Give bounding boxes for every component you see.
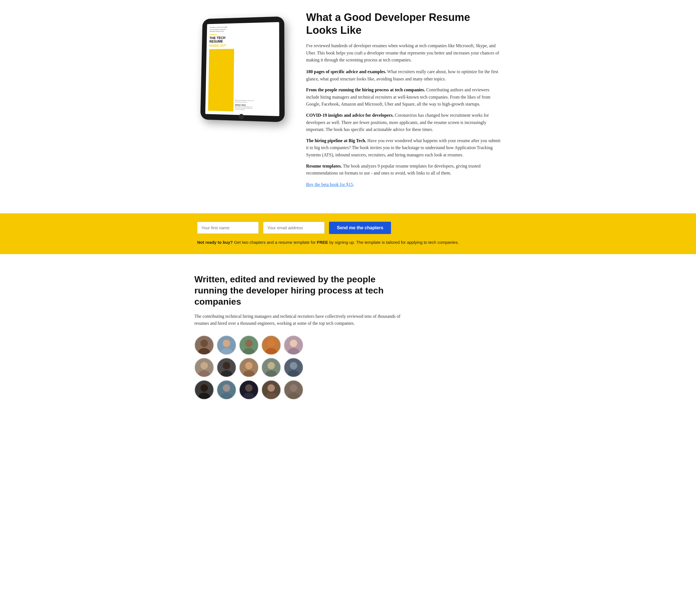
cta-note-suffix: by signing up. The template is tailored … [328, 240, 459, 244]
avatar-2 [217, 335, 236, 355]
svg-point-6 [268, 339, 275, 347]
cta-form: Send me the chapters [197, 222, 499, 234]
avatar-13 [239, 380, 259, 399]
second-section: Written, edited and reviewed by the peop… [186, 268, 510, 411]
tablet-mockup: Principles to stand out straight from th… [200, 16, 285, 122]
book-desc: What a good developer resume looks like … [235, 99, 275, 104]
yellow-stripe [208, 49, 234, 111]
svg-point-21 [198, 393, 210, 399]
svg-point-24 [245, 384, 252, 392]
hero-content: What a Good Developer Resume Looks Like … [306, 11, 502, 188]
svg-point-10 [201, 362, 208, 369]
svg-point-5 [243, 348, 254, 355]
svg-point-2 [223, 339, 230, 347]
cta-note: Not ready to buy? Get two chapters and a… [197, 239, 499, 246]
avatars-row-2 [194, 358, 502, 377]
avatars-row-3 [194, 380, 502, 399]
avatar-3 [239, 335, 259, 355]
avatar-14 [262, 380, 281, 399]
book-author-sub: With insights from hiring managers and t… [235, 106, 275, 111]
svg-point-16 [268, 362, 275, 369]
svg-point-1 [198, 348, 210, 355]
tablet-home-button [239, 114, 244, 119]
feature-item-4: The hiring pipeline at Big Tech. Have yo… [306, 137, 502, 159]
svg-point-12 [223, 362, 230, 369]
svg-point-17 [265, 370, 277, 377]
book-right: What a good developer resume looks like … [233, 49, 276, 113]
avatar-7 [217, 358, 236, 377]
avatar-11 [194, 380, 214, 399]
feature-bold-2: From the people running the hiring proce… [306, 88, 425, 92]
page-title: What a Good Developer Resume Looks Like [306, 11, 502, 36]
svg-point-15 [243, 370, 254, 377]
feature-item-1: 180 pages of specific advice and example… [306, 68, 502, 82]
tablet-screen: Principles to stand out straight from th… [205, 22, 279, 116]
avatar-6 [194, 358, 214, 377]
svg-point-22 [223, 384, 230, 392]
svg-point-20 [201, 384, 208, 392]
svg-point-25 [243, 393, 254, 399]
email-input[interactable] [263, 222, 325, 234]
avatar-8 [239, 358, 259, 377]
book-cover: Principles to stand out straight from th… [205, 22, 279, 116]
feature-bold-5: Resume templates. [306, 164, 342, 168]
svg-point-3 [221, 348, 232, 355]
svg-point-13 [221, 370, 232, 377]
svg-point-27 [265, 393, 277, 399]
book-middle: What a good developer resume looks like … [208, 49, 276, 113]
feature-bold-3: COVID-19 insights and advice for develop… [306, 113, 394, 117]
svg-point-0 [201, 339, 208, 347]
avatars-row-1 [194, 335, 502, 355]
avatar-10 [284, 358, 303, 377]
avatar-1 [194, 335, 214, 355]
buy-link[interactable]: Buy the beta book for $15 [306, 182, 353, 187]
feature-item-2: From the people running the hiring proce… [306, 86, 502, 108]
second-section-desc: The contributing technical hiring manage… [194, 313, 401, 327]
feature-item-3: COVID-19 insights and advice for develop… [306, 112, 502, 133]
svg-point-14 [245, 362, 252, 369]
book-title-line3: INSIDE-OUT [209, 43, 276, 48]
svg-point-9 [288, 348, 299, 355]
cta-banner: Send me the chapters Not ready to buy? G… [0, 214, 696, 254]
cta-note-prefix: Not ready to buy? [197, 240, 233, 244]
svg-point-18 [290, 362, 297, 369]
book-image-container: Principles to stand out straight from th… [194, 11, 289, 120]
svg-point-19 [288, 370, 299, 377]
book-top-text: Principles to stand out straight from th… [209, 25, 276, 33]
avatar-5 [284, 335, 303, 355]
feature-item-5: Resume templates. The book analyzes 9 po… [306, 162, 502, 177]
second-section-title: Written, edited and reviewed by the peop… [194, 274, 390, 307]
avatar-4 [262, 335, 281, 355]
hero-section: Principles to stand out straight from th… [194, 11, 502, 188]
avatars-grid [194, 335, 502, 399]
cta-note-free: FREE [317, 240, 328, 244]
first-name-input[interactable] [197, 222, 259, 234]
yellow-bar [209, 34, 217, 35]
avatar-12 [217, 380, 236, 399]
svg-point-23 [221, 393, 232, 399]
send-chapters-button[interactable]: Send me the chapters [329, 222, 391, 234]
svg-point-7 [265, 348, 277, 355]
svg-point-11 [198, 370, 210, 377]
svg-point-28 [290, 384, 297, 392]
svg-point-8 [290, 339, 297, 347]
svg-point-4 [245, 339, 252, 347]
svg-point-26 [268, 384, 275, 392]
hero-intro: I've reviewed hundreds of developer resu… [306, 42, 502, 64]
feature-bold-1: 180 pages of specific advice and example… [306, 69, 386, 74]
feature-bold-4: The hiring pipeline at Big Tech. [306, 138, 366, 143]
avatar-9 [262, 358, 281, 377]
avatar-15 [284, 380, 303, 399]
cta-note-middle: Get two chapters and a resume template f… [233, 240, 317, 244]
svg-point-29 [288, 393, 299, 399]
